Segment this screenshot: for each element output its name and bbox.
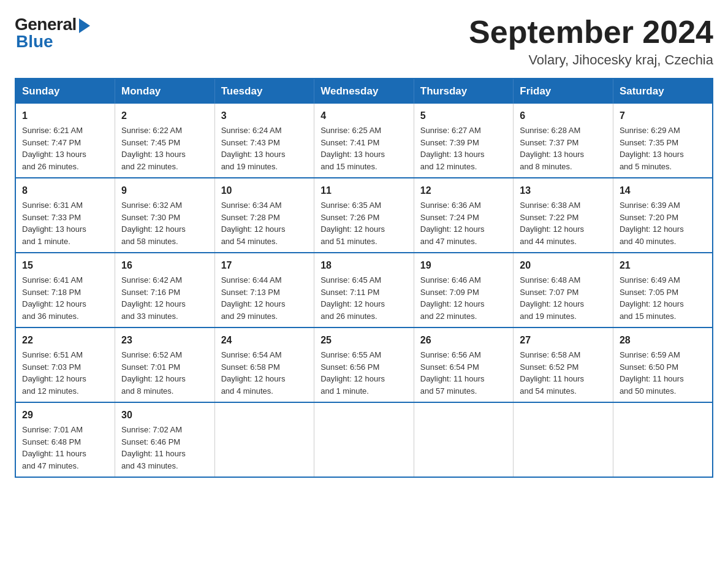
- calendar-header-friday: Friday: [514, 79, 613, 104]
- calendar-day-cell: 8Sunrise: 6:31 AM Sunset: 7:33 PM Daylig…: [15, 178, 115, 253]
- day-info: Sunrise: 6:21 AM Sunset: 7:47 PM Dayligh…: [22, 124, 108, 172]
- day-info: Sunrise: 6:22 AM Sunset: 7:45 PM Dayligh…: [121, 124, 208, 172]
- day-number: 10: [221, 183, 308, 198]
- calendar-day-cell: 13Sunrise: 6:38 AM Sunset: 7:22 PM Dayli…: [514, 178, 613, 253]
- day-number: 8: [22, 183, 108, 198]
- calendar-week-row: 22Sunrise: 6:51 AM Sunset: 7:03 PM Dayli…: [15, 327, 713, 402]
- day-number: 11: [320, 183, 408, 198]
- day-info: Sunrise: 6:38 AM Sunset: 7:22 PM Dayligh…: [520, 199, 607, 247]
- calendar-day-cell: 20Sunrise: 6:48 AM Sunset: 7:07 PM Dayli…: [514, 253, 613, 327]
- calendar-day-cell: 23Sunrise: 6:52 AM Sunset: 7:01 PM Dayli…: [115, 327, 215, 402]
- calendar-day-cell: [214, 402, 314, 477]
- calendar-day-cell: [514, 402, 613, 477]
- calendar-day-cell: 11Sunrise: 6:35 AM Sunset: 7:26 PM Dayli…: [314, 178, 414, 253]
- day-number: 14: [620, 183, 706, 198]
- day-info: Sunrise: 6:46 AM Sunset: 7:09 PM Dayligh…: [420, 274, 507, 322]
- day-number: 23: [121, 333, 208, 348]
- calendar-day-cell: 4Sunrise: 6:25 AM Sunset: 7:41 PM Daylig…: [314, 104, 414, 178]
- day-info: Sunrise: 6:59 AM Sunset: 6:50 PM Dayligh…: [620, 349, 706, 397]
- day-number: 24: [221, 333, 308, 348]
- calendar-header-wednesday: Wednesday: [314, 79, 414, 104]
- calendar-week-row: 1Sunrise: 6:21 AM Sunset: 7:47 PM Daylig…: [15, 104, 713, 178]
- calendar-day-cell: 28Sunrise: 6:59 AM Sunset: 6:50 PM Dayli…: [613, 327, 713, 402]
- calendar-week-row: 8Sunrise: 6:31 AM Sunset: 7:33 PM Daylig…: [15, 178, 713, 253]
- day-info: Sunrise: 6:48 AM Sunset: 7:07 PM Dayligh…: [520, 274, 607, 322]
- day-number: 30: [121, 408, 208, 423]
- calendar-day-cell: 16Sunrise: 6:42 AM Sunset: 7:16 PM Dayli…: [115, 253, 215, 327]
- day-number: 1: [22, 109, 108, 123]
- calendar-day-cell: 19Sunrise: 6:46 AM Sunset: 7:09 PM Dayli…: [414, 253, 514, 327]
- calendar-day-cell: 5Sunrise: 6:27 AM Sunset: 7:39 PM Daylig…: [414, 104, 514, 178]
- calendar-day-cell: 29Sunrise: 7:01 AM Sunset: 6:48 PM Dayli…: [15, 402, 115, 477]
- day-info: Sunrise: 6:51 AM Sunset: 7:03 PM Dayligh…: [22, 349, 108, 397]
- day-number: 18: [320, 258, 408, 273]
- day-number: 15: [22, 258, 108, 273]
- day-number: 29: [22, 408, 108, 423]
- day-number: 17: [221, 258, 308, 273]
- calendar-day-cell: 6Sunrise: 6:28 AM Sunset: 7:37 PM Daylig…: [514, 104, 613, 178]
- day-number: 20: [520, 258, 607, 273]
- logo-arrow-icon: [79, 18, 90, 33]
- day-info: Sunrise: 7:01 AM Sunset: 6:48 PM Dayligh…: [22, 424, 108, 472]
- calendar-day-cell: 12Sunrise: 6:36 AM Sunset: 7:24 PM Dayli…: [414, 178, 514, 253]
- calendar-day-cell: 14Sunrise: 6:39 AM Sunset: 7:20 PM Dayli…: [613, 178, 713, 253]
- calendar-week-row: 15Sunrise: 6:41 AM Sunset: 7:18 PM Dayli…: [15, 253, 713, 327]
- day-info: Sunrise: 6:35 AM Sunset: 7:26 PM Dayligh…: [320, 199, 408, 247]
- calendar-day-cell: 1Sunrise: 6:21 AM Sunset: 7:47 PM Daylig…: [15, 104, 115, 178]
- day-number: 26: [420, 333, 507, 348]
- day-info: Sunrise: 6:56 AM Sunset: 6:54 PM Dayligh…: [420, 349, 507, 397]
- day-info: Sunrise: 6:34 AM Sunset: 7:28 PM Dayligh…: [221, 199, 308, 247]
- day-info: Sunrise: 6:24 AM Sunset: 7:43 PM Dayligh…: [221, 124, 308, 172]
- day-info: Sunrise: 6:41 AM Sunset: 7:18 PM Dayligh…: [22, 274, 108, 322]
- day-number: 9: [121, 183, 208, 198]
- calendar-header-saturday: Saturday: [613, 79, 713, 104]
- page-header: General Blue September 2024 Volary, Jiho…: [15, 15, 713, 68]
- day-info: Sunrise: 6:29 AM Sunset: 7:35 PM Dayligh…: [620, 124, 706, 172]
- day-number: 4: [320, 109, 408, 123]
- day-info: Sunrise: 6:28 AM Sunset: 7:37 PM Dayligh…: [520, 124, 607, 172]
- day-info: Sunrise: 6:45 AM Sunset: 7:11 PM Dayligh…: [320, 274, 408, 322]
- day-number: 7: [620, 109, 706, 123]
- logo-blue-text: Blue: [16, 32, 53, 52]
- title-block: September 2024 Volary, Jihocesky kraj, C…: [469, 15, 713, 68]
- calendar-day-cell: [613, 402, 713, 477]
- calendar-day-cell: 25Sunrise: 6:55 AM Sunset: 6:56 PM Dayli…: [314, 327, 414, 402]
- day-info: Sunrise: 6:32 AM Sunset: 7:30 PM Dayligh…: [121, 199, 208, 247]
- day-number: 27: [520, 333, 607, 348]
- calendar-day-cell: 7Sunrise: 6:29 AM Sunset: 7:35 PM Daylig…: [613, 104, 713, 178]
- day-number: 13: [520, 183, 607, 198]
- day-number: 21: [620, 258, 706, 273]
- day-number: 2: [121, 109, 208, 123]
- day-info: Sunrise: 6:58 AM Sunset: 6:52 PM Dayligh…: [520, 349, 607, 397]
- calendar-day-cell: 2Sunrise: 6:22 AM Sunset: 7:45 PM Daylig…: [115, 104, 215, 178]
- day-info: Sunrise: 6:52 AM Sunset: 7:01 PM Dayligh…: [121, 349, 208, 397]
- calendar-day-cell: 27Sunrise: 6:58 AM Sunset: 6:52 PM Dayli…: [514, 327, 613, 402]
- day-info: Sunrise: 6:36 AM Sunset: 7:24 PM Dayligh…: [420, 199, 507, 247]
- calendar-header-sunday: Sunday: [15, 79, 115, 104]
- day-number: 5: [420, 109, 507, 123]
- calendar-day-cell: 30Sunrise: 7:02 AM Sunset: 6:46 PM Dayli…: [115, 402, 215, 477]
- day-info: Sunrise: 6:27 AM Sunset: 7:39 PM Dayligh…: [420, 124, 507, 172]
- calendar-week-row: 29Sunrise: 7:01 AM Sunset: 6:48 PM Dayli…: [15, 402, 713, 477]
- calendar-header-tuesday: Tuesday: [214, 79, 314, 104]
- day-info: Sunrise: 6:54 AM Sunset: 6:58 PM Dayligh…: [221, 349, 308, 397]
- calendar-table: SundayMondayTuesdayWednesdayThursdayFrid…: [15, 78, 713, 478]
- day-info: Sunrise: 6:31 AM Sunset: 7:33 PM Dayligh…: [22, 199, 108, 247]
- day-number: 6: [520, 109, 607, 123]
- subtitle: Volary, Jihocesky kraj, Czechia: [469, 52, 713, 68]
- day-info: Sunrise: 7:02 AM Sunset: 6:46 PM Dayligh…: [121, 424, 208, 472]
- calendar-day-cell: 18Sunrise: 6:45 AM Sunset: 7:11 PM Dayli…: [314, 253, 414, 327]
- day-info: Sunrise: 6:39 AM Sunset: 7:20 PM Dayligh…: [620, 199, 706, 247]
- calendar-day-cell: 17Sunrise: 6:44 AM Sunset: 7:13 PM Dayli…: [214, 253, 314, 327]
- calendar-header-thursday: Thursday: [414, 79, 514, 104]
- calendar-day-cell: 24Sunrise: 6:54 AM Sunset: 6:58 PM Dayli…: [214, 327, 314, 402]
- calendar-header-row: SundayMondayTuesdayWednesdayThursdayFrid…: [15, 79, 713, 104]
- calendar-day-cell: [314, 402, 414, 477]
- calendar-day-cell: 22Sunrise: 6:51 AM Sunset: 7:03 PM Dayli…: [15, 327, 115, 402]
- day-info: Sunrise: 6:49 AM Sunset: 7:05 PM Dayligh…: [620, 274, 706, 322]
- day-number: 25: [320, 333, 408, 348]
- calendar-day-cell: 21Sunrise: 6:49 AM Sunset: 7:05 PM Dayli…: [613, 253, 713, 327]
- day-number: 19: [420, 258, 507, 273]
- day-info: Sunrise: 6:25 AM Sunset: 7:41 PM Dayligh…: [320, 124, 408, 172]
- day-number: 16: [121, 258, 208, 273]
